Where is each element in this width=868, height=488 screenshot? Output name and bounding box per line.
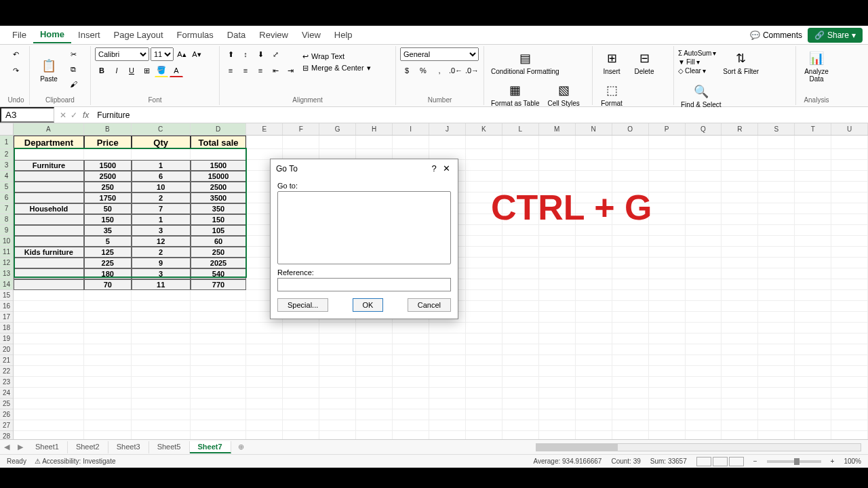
cell[interactable] [831, 182, 868, 192]
cell[interactable] [722, 225, 758, 236]
cell[interactable] [686, 247, 722, 258]
col-header[interactable]: E [246, 123, 283, 135]
tab-review[interactable]: Review [252, 27, 295, 43]
cell[interactable] [722, 136, 758, 149]
cell[interactable] [576, 160, 612, 171]
cell[interactable]: 2 [132, 247, 191, 258]
cell[interactable] [612, 268, 649, 279]
cell[interactable] [576, 268, 612, 279]
cell[interactable] [319, 399, 356, 409]
cell[interactable] [466, 377, 502, 388]
cell[interactable] [576, 420, 612, 431]
cell[interactable] [502, 344, 539, 355]
reference-input[interactable] [277, 278, 451, 291]
cell[interactable] [686, 225, 722, 236]
col-header[interactable]: A [14, 123, 84, 135]
underline-button[interactable]: U [125, 64, 138, 77]
cell[interactable]: 225 [84, 258, 132, 268]
merge-center-button[interactable]: ⊟Merge & Center▾ [302, 64, 371, 73]
cell[interactable] [831, 171, 868, 182]
cell[interactable] [84, 388, 132, 399]
cell[interactable] [319, 344, 356, 355]
cell[interactable] [132, 312, 191, 323]
cell[interactable]: 50 [84, 203, 132, 214]
cell[interactable] [14, 399, 84, 409]
copy-button[interactable]: ⧉ [66, 62, 80, 76]
cell[interactable] [722, 192, 758, 203]
name-box[interactable] [0, 107, 54, 123]
fill-color-button[interactable]: 🪣 [155, 64, 168, 77]
cell[interactable] [686, 214, 722, 225]
cell[interactable] [612, 409, 649, 420]
cell[interactable] [758, 355, 795, 366]
cell[interactable] [649, 171, 686, 182]
cell[interactable] [831, 203, 868, 214]
cell[interactable] [795, 171, 831, 182]
cell[interactable] [502, 323, 539, 333]
cell[interactable] [576, 333, 612, 344]
cell[interactable] [539, 431, 576, 439]
cell[interactable] [539, 171, 576, 182]
sheet-tab[interactable]: Sheet2 [68, 441, 108, 453]
cell[interactable]: 125 [84, 247, 132, 258]
cell[interactable] [612, 149, 649, 160]
row-header[interactable]: 19 [0, 333, 13, 344]
status-accessibility[interactable]: ⚠ Accessibility: Investigate [35, 458, 116, 465]
cell[interactable] [246, 355, 283, 366]
cell[interactable] [356, 333, 393, 344]
cell[interactable] [722, 290, 758, 301]
row-header[interactable]: 24 [0, 388, 13, 399]
cell[interactable] [191, 333, 247, 344]
cell[interactable] [831, 323, 868, 333]
cell[interactable] [686, 182, 722, 192]
cell[interactable] [84, 290, 132, 301]
cell[interactable]: 150 [84, 214, 132, 225]
cell[interactable] [191, 344, 247, 355]
cell[interactable] [795, 431, 831, 439]
col-header[interactable]: U [831, 123, 868, 135]
cell[interactable] [722, 182, 758, 192]
cell[interactable] [831, 420, 868, 431]
cell[interactable] [191, 420, 247, 431]
cell[interactable] [758, 136, 795, 149]
cell[interactable] [393, 355, 429, 366]
cell[interactable] [649, 399, 686, 409]
row-header[interactable]: 17 [0, 312, 13, 323]
cell[interactable]: 7 [132, 203, 191, 214]
increase-font-button[interactable]: A▴ [175, 47, 189, 61]
cell[interactable] [649, 203, 686, 214]
cell[interactable] [502, 333, 539, 344]
cell[interactable] [649, 192, 686, 203]
cell[interactable] [466, 366, 502, 377]
cell[interactable] [686, 355, 722, 366]
col-header[interactable]: L [502, 123, 539, 135]
cell[interactable] [191, 312, 247, 323]
align-left-button[interactable]: ≡ [224, 64, 237, 77]
cell[interactable] [84, 366, 132, 377]
row-header[interactable]: 25 [0, 399, 13, 409]
cell[interactable] [466, 247, 502, 258]
cell[interactable] [246, 420, 283, 431]
cell[interactable] [283, 366, 319, 377]
cell[interactable] [576, 355, 612, 366]
cell[interactable] [612, 160, 649, 171]
cell[interactable] [466, 149, 502, 160]
cell[interactable]: 10 [132, 182, 191, 192]
cell[interactable] [84, 355, 132, 366]
special-button[interactable]: Special... [277, 298, 328, 312]
cell[interactable] [612, 420, 649, 431]
cell[interactable] [758, 203, 795, 214]
cell[interactable]: 1 [132, 214, 191, 225]
cell[interactable] [795, 333, 831, 344]
cell[interactable] [466, 236, 502, 247]
cell[interactable] [539, 279, 576, 290]
cancel-formula-icon[interactable]: ✕ [60, 110, 66, 120]
cell[interactable] [649, 409, 686, 420]
cell[interactable] [758, 236, 795, 247]
cell[interactable] [686, 388, 722, 399]
cell[interactable] [686, 333, 722, 344]
cell[interactable] [14, 268, 84, 279]
cell[interactable] [795, 279, 831, 290]
indent-decrease-button[interactable]: ⇤ [269, 64, 282, 77]
cell[interactable]: 11 [132, 279, 191, 290]
